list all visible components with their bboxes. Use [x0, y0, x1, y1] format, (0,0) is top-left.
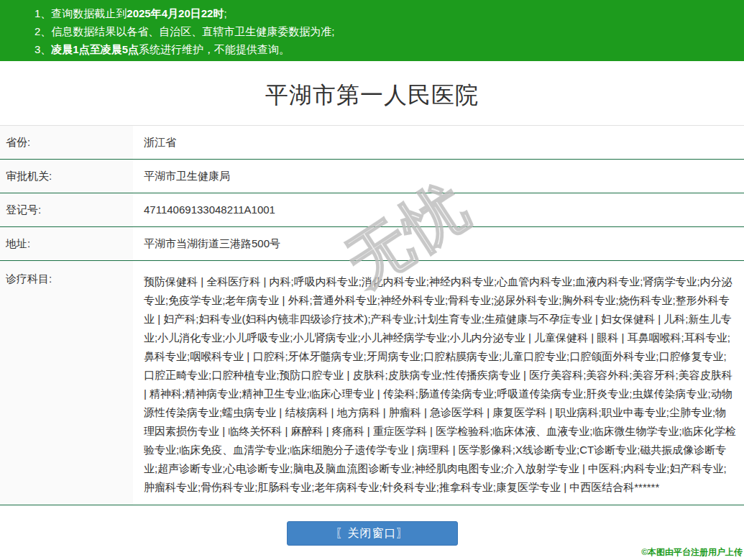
table-row-approval-authority: 审批机关: 平湖市卫生健康局	[0, 160, 744, 193]
field-value-departments: 预防保健科 | 全科医疗科 | 内科;呼吸内科专业;消化内科专业;神经内科专业;…	[133, 261, 744, 505]
notice-bold-text: 2025年4月20日22时	[127, 7, 224, 19]
field-label-province: 省份:	[0, 126, 133, 160]
notice-bold-text: 凌晨1点至凌晨5点	[51, 43, 139, 55]
field-value-address: 平湖市当湖街道三港路500号	[133, 227, 744, 261]
notice-text: 信息数据结果以各省、自治区、直辖市卫生健康委数据为准;	[51, 25, 334, 37]
field-label-address: 地址:	[0, 227, 133, 261]
field-value-province: 浙江省	[133, 126, 744, 160]
hospital-title: 平湖市第一人民医院	[0, 80, 744, 111]
notice-text: 系统进行维护，不能提供查询。	[139, 43, 290, 55]
info-table: 省份: 浙江省 审批机关: 平湖市卫生健康局 登记号: 471140691330…	[0, 125, 744, 505]
table-row-registration-number: 登记号: 47114069133048211A1001	[0, 193, 744, 227]
field-label-departments: 诊疗科目:	[0, 261, 133, 505]
notice-number: 2、	[35, 25, 51, 37]
notice-line-2: 2、信息数据结果以各省、自治区、直辖市卫生健康委数据为准;	[35, 22, 737, 40]
field-value-approval-authority: 平湖市卫生健康局	[133, 160, 744, 193]
table-row-departments: 诊疗科目: 预防保健科 | 全科医疗科 | 内科;呼吸内科专业;消化内科专业;神…	[0, 261, 744, 505]
close-window-button[interactable]: 〖关闭窗口〗	[287, 521, 458, 546]
notice-bar: 1、查询数据截止到2025年4月20日22时; 2、信息数据结果以各省、自治区、…	[0, 0, 744, 61]
notice-text: 查询数据截止到	[51, 7, 127, 19]
table-row-province: 省份: 浙江省	[0, 126, 744, 160]
field-label-approval-authority: 审批机关:	[0, 160, 133, 193]
notice-number: 3、	[35, 43, 51, 55]
notice-text: ;	[224, 7, 226, 19]
notice-line-3: 3、凌晨1点至凌晨5点系统进行维护，不能提供查询。	[35, 40, 737, 58]
notice-line-1: 1、查询数据截止到2025年4月20日22时;	[35, 4, 737, 22]
table-row-address: 地址: 平湖市当湖街道三港路500号	[0, 227, 744, 261]
field-label-registration-number: 登记号:	[0, 193, 133, 227]
field-value-registration-number: 47114069133048211A1001	[133, 193, 744, 227]
footer-credit: ©本图由平台注册用户上传	[641, 546, 743, 559]
notice-number: 1、	[35, 7, 51, 19]
